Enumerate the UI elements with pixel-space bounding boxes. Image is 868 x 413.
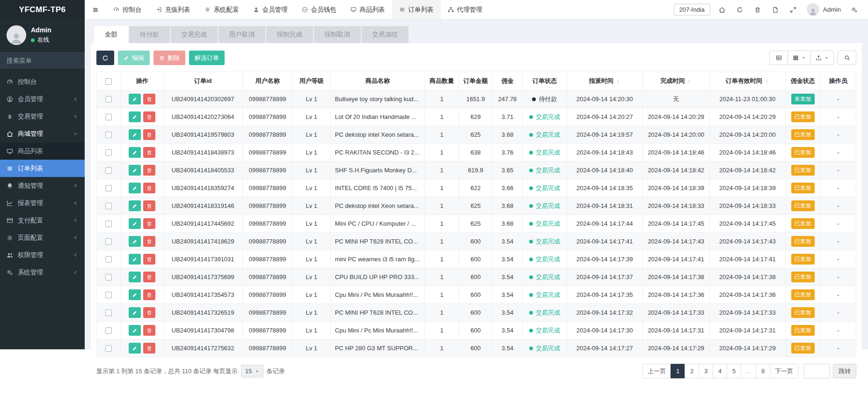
row-edit-button[interactable] <box>129 272 141 282</box>
tab-trade-complete[interactable]: 交易完成 <box>171 26 218 43</box>
row-checkbox[interactable] <box>105 221 112 227</box>
topnav-item-member-wallet[interactable]: 会员钱包 <box>295 0 343 19</box>
row-checkbox[interactable] <box>105 132 112 138</box>
sidebar-item-report[interactable]: 报表管理 <box>0 194 85 212</box>
topnav-item-member-management[interactable]: 会员管理 <box>246 0 295 19</box>
row-delete-button[interactable] <box>143 183 155 193</box>
region-select-button[interactable]: 207-India <box>674 4 710 15</box>
tab-all[interactable]: 全部 <box>94 26 128 43</box>
sidebar-search-input[interactable] <box>7 57 89 64</box>
row-checkbox[interactable] <box>105 256 112 263</box>
sidebar-item-page[interactable]: 页面配置 <box>0 229 85 246</box>
row-edit-button[interactable] <box>129 94 141 104</box>
row-delete-button[interactable] <box>143 129 155 140</box>
page-button-page-4[interactable]: 4 <box>713 364 727 378</box>
row-delete-button[interactable] <box>143 165 155 176</box>
row-delete-button[interactable] <box>143 343 155 354</box>
page-button-page-8[interactable]: 8 <box>756 364 770 378</box>
row-delete-button[interactable] <box>143 218 155 229</box>
sidebar-item-trade[interactable]: 交易管理 <box>0 108 85 125</box>
sidebar-toggle-button[interactable] <box>85 0 106 19</box>
unfreeze-order-button[interactable]: 解冻订单 <box>189 51 225 65</box>
sidebar-item-payment[interactable]: 支付配置 <box>0 212 85 229</box>
row-checkbox[interactable] <box>105 114 112 120</box>
row-checkbox[interactable] <box>105 327 112 334</box>
topnav-item-dashboard[interactable]: 控制台 <box>106 0 149 19</box>
jump-button[interactable]: 跳转 <box>833 364 856 378</box>
row-edit-button[interactable] <box>129 254 141 265</box>
fullscreen-button[interactable] <box>784 0 802 20</box>
topnav-item-system-config[interactable]: 系统配置 <box>197 0 246 19</box>
export-button[interactable] <box>810 51 834 65</box>
row-delete-button[interactable] <box>143 325 155 336</box>
row-edit-button[interactable] <box>129 325 141 336</box>
row-edit-button[interactable] <box>129 183 141 193</box>
sidebar-item-mall[interactable]: 商城管理 <box>0 125 85 142</box>
row-edit-button[interactable] <box>129 236 141 247</box>
row-checkbox[interactable] <box>105 185 112 192</box>
settings-button[interactable] <box>846 0 863 20</box>
row-checkbox[interactable] <box>105 292 112 298</box>
row-edit-button[interactable] <box>129 200 141 211</box>
row-edit-button[interactable] <box>129 218 141 229</box>
refresh-button[interactable] <box>731 0 749 20</box>
sidebar-item-system[interactable]: 系统管理 <box>0 264 85 281</box>
page-button-page-1[interactable]: 1 <box>671 364 685 378</box>
refresh-table-button[interactable] <box>96 51 114 65</box>
row-delete-button[interactable] <box>143 307 155 318</box>
page-button-next[interactable]: 下一页 <box>770 364 798 378</box>
toggle-pagination-button[interactable] <box>769 51 788 65</box>
page-size-select[interactable]: 15 <box>241 365 263 377</box>
jump-page-input[interactable] <box>804 364 830 378</box>
column-header[interactable]: 指派时间 <box>567 72 642 90</box>
page-button-page-2[interactable]: 2 <box>685 364 699 378</box>
column-header[interactable]: 完成时间 <box>642 72 709 90</box>
row-delete-button[interactable] <box>143 236 155 247</box>
sidebar-item-notice[interactable]: 通知管理 <box>0 177 85 194</box>
page-button-ellipsis[interactable]: ... <box>741 364 756 378</box>
row-delete-button[interactable] <box>143 272 155 282</box>
user-menu[interactable]: Admin <box>802 3 846 16</box>
row-checkbox[interactable] <box>105 96 112 103</box>
topnav-item-order-list[interactable]: 订单列表 <box>392 0 441 19</box>
row-edit-button[interactable] <box>129 307 141 318</box>
search-toggle-button[interactable] <box>838 51 856 65</box>
page-button-prev[interactable]: 上一页 <box>642 364 671 378</box>
clear-trash-button[interactable] <box>749 0 766 20</box>
select-all-checkbox[interactable] <box>105 78 112 85</box>
row-edit-button[interactable] <box>129 147 141 158</box>
page-button-page-5[interactable]: 5 <box>727 364 741 378</box>
sidebar-item-product-list[interactable]: 商品列表 <box>0 142 85 160</box>
row-edit-button[interactable] <box>129 129 141 140</box>
tab-pending-payment[interactable]: 待付款 <box>129 26 170 43</box>
topnav-item-product-list[interactable]: 商品列表 <box>343 0 392 19</box>
row-checkbox[interactable] <box>105 345 112 352</box>
clear-cache-button[interactable] <box>766 0 784 20</box>
row-delete-button[interactable] <box>143 289 155 300</box>
tab-force-cancel[interactable]: 强制取消 <box>314 26 361 43</box>
home-button[interactable] <box>713 0 731 20</box>
sidebar-item-dashboard[interactable]: 控制台 <box>0 73 85 90</box>
row-checkbox[interactable] <box>105 274 112 280</box>
row-checkbox[interactable] <box>105 310 112 316</box>
topnav-item-recharge-list[interactable]: 充值列表 <box>149 0 197 19</box>
row-edit-button[interactable] <box>129 111 141 122</box>
tab-user-cancel[interactable]: 用户取消 <box>219 26 265 43</box>
row-checkbox[interactable] <box>105 238 112 245</box>
sidebar-item-permission[interactable]: 权限管理 <box>0 246 85 264</box>
row-checkbox[interactable] <box>105 167 112 174</box>
row-delete-button[interactable] <box>143 147 155 158</box>
row-delete-button[interactable] <box>143 254 155 265</box>
row-delete-button[interactable] <box>143 94 155 104</box>
page-button-page-3[interactable]: 3 <box>699 364 713 378</box>
tab-force-complete[interactable]: 强制完成 <box>266 26 313 43</box>
tab-trade-frozen[interactable]: 交易冻结 <box>362 26 408 43</box>
row-edit-button[interactable] <box>129 165 141 176</box>
columns-button[interactable] <box>788 51 811 65</box>
row-checkbox[interactable] <box>105 149 112 156</box>
column-header[interactable]: 订单有效时间 <box>709 72 785 90</box>
row-checkbox[interactable] <box>105 203 112 209</box>
row-edit-button[interactable] <box>129 343 141 354</box>
delete-button[interactable]: 删除 <box>153 51 185 65</box>
edit-button[interactable]: 编辑 <box>118 51 150 65</box>
